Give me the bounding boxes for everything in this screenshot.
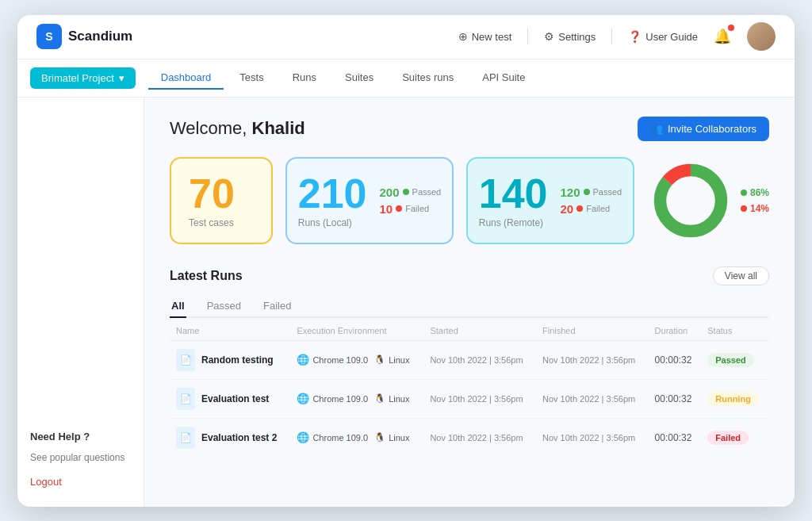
test-cases-card: 70 Test cases bbox=[170, 157, 273, 244]
run-env-cell: 🌐 Chrome 109.0 🐧 Linux bbox=[290, 379, 423, 418]
local-passed-count: 200 bbox=[380, 186, 400, 199]
invite-label: Invite Collaborators bbox=[668, 123, 756, 135]
run-duration-cell: 00:00:32 bbox=[649, 418, 702, 457]
dashboard-area: Welcome, Khalid 👥 Invite Collaborators 7… bbox=[144, 98, 795, 507]
remote-passed-count: 120 bbox=[561, 186, 580, 199]
run-started-cell: Nov 10th 2022 | 3:56pm bbox=[423, 418, 536, 457]
tab-api-suite[interactable]: API Suite bbox=[469, 67, 538, 90]
run-name: Random testing bbox=[201, 354, 274, 366]
avatar[interactable] bbox=[747, 22, 776, 51]
run-status-cell: Running bbox=[701, 379, 769, 418]
donut-legend: 86% 14% bbox=[741, 187, 769, 214]
notifications-button[interactable]: 🔔 bbox=[714, 28, 731, 45]
new-test-label: New test bbox=[472, 31, 512, 43]
avatar-image bbox=[747, 22, 776, 51]
invite-icon: 👥 bbox=[650, 123, 663, 135]
status-badge: Failed bbox=[707, 431, 749, 445]
local-passed-label: Passed bbox=[412, 187, 442, 197]
run-name-cell: 📄 Random testing bbox=[170, 340, 290, 379]
remote-passed-item: 120 Passed bbox=[561, 186, 622, 199]
main-content: Need Help ? See popular questions Logout… bbox=[17, 98, 795, 507]
os-label: Linux bbox=[389, 355, 409, 365]
run-started-cell: Nov 10th 2022 | 3:56pm bbox=[423, 340, 536, 379]
table-row: 📄 Random testing 🌐 Chrome 109.0 🐧 Linux … bbox=[170, 340, 769, 379]
top-nav: S Scandium ⊕ New test ⚙ Settings ❓ User … bbox=[17, 15, 795, 59]
remote-passed-dot bbox=[584, 189, 590, 195]
invite-collaborators-button[interactable]: 👥 Invite Collaborators bbox=[638, 117, 769, 141]
remote-passed-label: Passed bbox=[593, 187, 622, 197]
run-tab-all[interactable]: All bbox=[170, 295, 186, 318]
local-runs-label: Runs (Local) bbox=[298, 217, 367, 228]
user-guide-action[interactable]: ❓ User Guide bbox=[628, 30, 698, 43]
remote-runs-count: 140 bbox=[479, 173, 548, 214]
remote-failed-dot bbox=[576, 205, 583, 212]
run-tab-failed[interactable]: Failed bbox=[262, 295, 293, 318]
legend-failed-dot bbox=[741, 205, 747, 212]
remote-runs-card: 140 Runs (Remote) 120 Passed 20 Failed bbox=[466, 157, 634, 244]
test-file-icon: 📄 bbox=[176, 427, 195, 449]
chevron-down-icon: ▾ bbox=[119, 72, 124, 84]
finished-time: Nov 10th 2022 | 3:56pm bbox=[542, 433, 635, 442]
user-guide-label: User Guide bbox=[645, 31, 698, 43]
run-tab-passed[interactable]: Passed bbox=[205, 295, 243, 318]
browser-version: Chrome 109.0 bbox=[312, 355, 368, 365]
new-test-action[interactable]: ⊕ New test bbox=[458, 30, 512, 43]
legend-passed-dot bbox=[741, 190, 747, 196]
remote-failed-label: Failed bbox=[586, 204, 610, 213]
local-failed-label: Failed bbox=[405, 204, 429, 213]
sidebar-popular-questions[interactable]: See popular questions bbox=[30, 452, 131, 463]
remote-runs-sub: 120 Passed 20 Failed bbox=[561, 186, 622, 216]
user-name: Khalid bbox=[252, 118, 305, 138]
duration-value: 00:00:32 bbox=[655, 393, 692, 404]
app-window: S Scandium ⊕ New test ⚙ Settings ❓ User … bbox=[17, 15, 795, 507]
remote-failed-count: 20 bbox=[561, 202, 574, 216]
donut-chart-area: 86% 14% bbox=[647, 157, 769, 244]
local-failed-count: 10 bbox=[380, 202, 393, 216]
sidebar: Need Help ? See popular questions Logout bbox=[17, 98, 144, 507]
col-status: Status bbox=[701, 318, 769, 341]
os-label: Linux bbox=[389, 394, 409, 404]
view-all-button[interactable]: View all bbox=[713, 266, 769, 285]
settings-action[interactable]: ⚙ Settings bbox=[544, 30, 596, 43]
logo-icon: S bbox=[36, 24, 62, 49]
chrome-icon: 🌐 bbox=[297, 354, 309, 366]
status-badge: Passed bbox=[707, 353, 754, 367]
gear-icon: ⚙ bbox=[544, 30, 554, 43]
local-passed-dot bbox=[403, 189, 409, 195]
local-runs-number-area: 210 Runs (Local) bbox=[298, 173, 367, 228]
legend-passed-pct: 86% bbox=[750, 187, 769, 198]
runs-table: Name Execution Environment Started Finis… bbox=[170, 318, 769, 457]
logo-area: S Scandium bbox=[36, 24, 132, 49]
duration-value: 00:00:32 bbox=[655, 354, 692, 366]
project-selector[interactable]: Brimatel Project ▾ bbox=[30, 67, 136, 89]
legend-failed-pct: 14% bbox=[750, 203, 769, 214]
tab-dashboard[interactable]: Dashboard bbox=[148, 67, 224, 90]
os-label: Linux bbox=[389, 433, 409, 442]
tab-suites-runs[interactable]: Suites runs bbox=[389, 67, 466, 90]
latest-runs-section: Latest Runs View all All Passed Failed N… bbox=[170, 266, 769, 457]
tab-runs[interactable]: Runs bbox=[280, 67, 329, 90]
app-name: Scandium bbox=[68, 29, 132, 44]
finished-time: Nov 10th 2022 | 3:56pm bbox=[542, 355, 635, 365]
col-env: Execution Environment bbox=[290, 318, 423, 341]
run-finished-cell: Nov 10th 2022 | 3:56pm bbox=[536, 340, 649, 379]
new-test-icon: ⊕ bbox=[458, 30, 468, 43]
test-cases-label: Test cases bbox=[189, 217, 254, 228]
tab-suites[interactable]: Suites bbox=[332, 67, 386, 90]
test-file-icon: 📄 bbox=[176, 349, 195, 371]
stats-row: 70 Test cases 210 Runs (Local) 200 Passe… bbox=[170, 157, 769, 244]
run-name: Evaluation test bbox=[201, 393, 269, 404]
run-finished-cell: Nov 10th 2022 | 3:56pm bbox=[536, 418, 649, 457]
top-nav-actions: ⊕ New test ⚙ Settings ❓ User Guide 🔔 bbox=[458, 22, 776, 51]
tab-tests[interactable]: Tests bbox=[227, 67, 276, 90]
chrome-icon: 🌐 bbox=[297, 431, 309, 443]
notification-badge bbox=[728, 25, 734, 31]
welcome-row: Welcome, Khalid 👥 Invite Collaborators bbox=[170, 117, 769, 141]
run-duration-cell: 00:00:32 bbox=[649, 340, 702, 379]
sidebar-logout[interactable]: Logout bbox=[30, 476, 131, 488]
remote-runs-number-area: 140 Runs (Remote) bbox=[479, 173, 548, 228]
status-badge: Running bbox=[707, 392, 759, 406]
os-icon: 🐧 bbox=[374, 432, 385, 442]
run-env-cell: 🌐 Chrome 109.0 🐧 Linux bbox=[290, 340, 423, 379]
run-env-cell: 🌐 Chrome 109.0 🐧 Linux bbox=[290, 418, 423, 457]
